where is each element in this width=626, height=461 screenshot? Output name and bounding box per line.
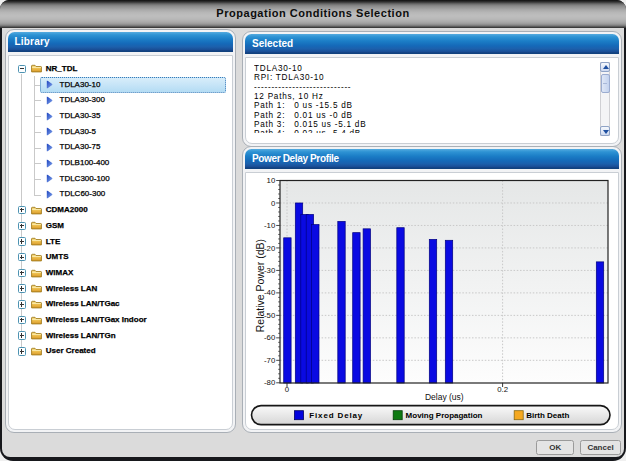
svg-text:Moving Propagation: Moving Propagation [406,411,483,420]
svg-text:-60: -60 [264,333,276,342]
svg-text:Relative Power (dB): Relative Power (dB) [254,239,266,332]
svg-text:-70: -70 [264,356,276,365]
svg-text:-20: -20 [264,244,276,253]
svg-text:Birth Death: Birth Death [526,411,569,420]
svg-text:10: 10 [267,176,276,185]
svg-text:-40: -40 [264,288,276,297]
svg-text:-80: -80 [264,378,276,387]
svg-text:-30: -30 [264,266,276,275]
svg-text:0: 0 [285,385,290,394]
svg-text:-50: -50 [264,311,276,320]
svg-text:0.2: 0.2 [497,385,508,394]
svg-text:Delay (us): Delay (us) [425,392,464,402]
svg-text:-10: -10 [264,221,276,230]
svg-text:Fixed Delay: Fixed Delay [309,411,363,420]
svg-text:0: 0 [271,199,276,208]
